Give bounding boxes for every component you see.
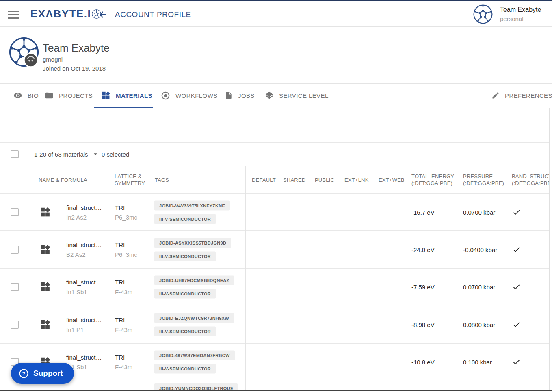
total-energy-value: -8.98 eV	[411, 321, 435, 328]
row-checkbox[interactable]	[11, 208, 19, 216]
pressure-value: 0.0700 kbar	[463, 209, 495, 215]
material-formula: In2 As2	[66, 213, 113, 220]
column-pressure[interactable]: PRESSURE(:DFT:GGA:PBE)	[463, 173, 504, 187]
symmetry-group: P6_3mc	[115, 213, 137, 220]
symmetry-group: P6_3mc	[115, 251, 137, 258]
layers-icon	[265, 91, 274, 100]
lattice-type: TRI	[115, 204, 137, 211]
tab-materials[interactable]: MATERIALS	[102, 84, 152, 107]
material-icon	[40, 244, 51, 255]
symmetry-group: F-43m	[115, 326, 132, 333]
material-name[interactable]: final_struct…	[66, 241, 113, 248]
support-button[interactable]: ? Support	[11, 363, 74, 384]
symmetry-group: F-43m	[115, 289, 132, 295]
active-tab-underline	[94, 107, 153, 108]
column-ext-lnk[interactable]: EXT+LNK	[344, 176, 369, 183]
tags-cell: JOBID-ASYXKISS5TBDJGN9DIII-V-SEMICONDUCT…	[154, 238, 231, 261]
tags-cell: JOBID-UH67EDCMXB8DQNEA2III-V-SEMICONDUCT…	[154, 276, 234, 299]
tab-label: PREFERENCES	[505, 92, 552, 99]
table-row[interactable]: final_struct… In1 Sb1 TRI F-43m JOBID-UH…	[0, 269, 552, 306]
material-formula: In1 P1	[66, 326, 113, 333]
pencil-icon	[491, 91, 500, 99]
band-structure-check-icon	[512, 358, 521, 366]
column-divider	[245, 166, 246, 390]
preferences-button[interactable]: PREFERENCES	[491, 84, 552, 107]
table-header: NAME & FORMULA LATTICE &SYMMETRY TAGS DE…	[0, 166, 552, 194]
logo-text: EXΛBYTE.I	[30, 8, 91, 20]
lattice-type: TRI	[115, 316, 132, 323]
row-checkbox[interactable]	[11, 283, 19, 291]
total-energy-value: -24.0 eV	[411, 246, 435, 253]
eye-icon	[13, 91, 22, 100]
material-name[interactable]: final_struct…	[66, 316, 113, 323]
table-row[interactable]: final_struct… In1 P1 TRI F-43m JOBID-EJZ…	[0, 306, 552, 343]
total-energy-value: -7.59 eV	[411, 284, 435, 291]
material-name[interactable]: final_struct…	[66, 204, 113, 211]
total-energy-value: -10.8 eV	[411, 359, 435, 366]
tag-pill: JOBID-497WS7EMDAN7FRBCW	[154, 351, 235, 360]
column-band-structure[interactable]: BAND_STRUCTU(:DFT:GGA:PBE)	[512, 173, 552, 187]
exabyte-logo[interactable]: EXΛBYTE.I	[30, 8, 101, 20]
column-public[interactable]: PUBLIC	[315, 176, 334, 183]
svg-text:?: ?	[22, 370, 26, 377]
tab-workflows[interactable]: WORKFLOWS	[161, 84, 218, 107]
row-checkbox[interactable]	[11, 246, 19, 254]
select-all-checkbox[interactable]	[11, 150, 19, 158]
tab-service-level[interactable]: SERVICE LEVEL	[265, 84, 329, 107]
material-name[interactable]: final_struct…	[66, 354, 113, 361]
table-row[interactable]: final_struct… In1 Sb1 TRI F-43m JOBID-49…	[0, 344, 552, 381]
pressure-value: 0.100 kbar	[463, 359, 492, 366]
material-formula: In1 Sb1	[66, 289, 113, 295]
tag-pill: III-V-SEMICONDUCTOR	[154, 364, 216, 374]
tab-jobs[interactable]: JOBS	[225, 84, 255, 107]
column-tags[interactable]: TAGS	[155, 176, 169, 183]
material-name[interactable]: final_struct…	[66, 279, 113, 286]
tag-pill: JOBID-ASYXKISS5TBDJGN9D	[154, 238, 231, 248]
workflow-icon	[161, 91, 170, 100]
pagination-dropdown[interactable]: 1-20 of 63 materials	[34, 143, 100, 166]
total-energy-value: -16.7 eV	[411, 209, 435, 215]
material-formula: B2 As2	[66, 251, 113, 258]
tag-pill: JOBID-EJZQNWTC9R73NH9XW	[154, 313, 234, 323]
column-ext-web[interactable]: EXT+WEB	[379, 176, 405, 183]
help-icon: ?	[19, 368, 29, 379]
support-label: Support	[33, 369, 63, 378]
account-name: Team Exabyte	[500, 6, 541, 13]
profile-joined-date: Joined on Oct 19, 2018	[43, 65, 106, 72]
pressure-value: 0.0700 kbar	[463, 284, 495, 291]
row-checkbox[interactable]	[11, 321, 19, 329]
band-structure-check-icon	[512, 246, 521, 254]
tab-label: JOBS	[238, 92, 255, 99]
column-shared[interactable]: SHARED	[283, 176, 305, 183]
symmetry-group: F-43m	[115, 364, 132, 370]
column-total-energy[interactable]: TOTAL_ENERGY(:DFT:GGA:PBE)	[411, 173, 454, 187]
table-row[interactable]: final_struct… B2 As2 TRI P6_3mc JOBID-AS…	[0, 231, 552, 268]
account-type: personal	[500, 16, 541, 22]
lattice-type: TRI	[115, 241, 137, 248]
account-avatar[interactable]	[473, 4, 493, 24]
tag-pill: III-V-SEMICONDUCTOR	[154, 214, 216, 224]
tab-projects[interactable]: PROJECTS	[45, 84, 93, 107]
account-menu[interactable]: Team Exabyte personal	[500, 6, 541, 22]
caret-down-icon	[91, 150, 100, 158]
selected-count: 0 selected	[102, 143, 129, 166]
page-title: ACCOUNT PROFILE	[115, 10, 191, 19]
tab-label: SERVICE LEVEL	[279, 92, 329, 99]
materials-table-body: final_struct… In2 As2 TRI P6_3mc JOBID-V…	[0, 194, 552, 381]
tab-label: BIO	[28, 92, 39, 99]
table-row[interactable]: final_struct… In2 As2 TRI P6_3mc JOBID-V…	[0, 194, 552, 231]
column-lattice-symmetry[interactable]: LATTICE &SYMMETRY	[115, 173, 145, 187]
menu-icon[interactable]	[8, 11, 19, 19]
document-icon	[225, 91, 233, 100]
tab-label: MATERIALS	[116, 92, 152, 99]
column-name-formula[interactable]: NAME & FORMULA	[39, 176, 87, 183]
column-default[interactable]: DEFAULT	[252, 176, 276, 183]
tag-pill: III-V-SEMICONDUCTOR	[154, 326, 216, 336]
filter-toolbar	[0, 108, 552, 143]
back-arrow-icon[interactable]	[98, 10, 108, 19]
folder-icon	[45, 91, 54, 100]
pagination-range: 1-20 of 63 materials	[34, 151, 88, 158]
tab-bio[interactable]: BIO	[13, 84, 39, 107]
app-bar: EXΛBYTE.I ACCOUNT PROFILE Team Exabyte p…	[0, 1, 552, 27]
band-structure-check-icon	[512, 208, 521, 216]
